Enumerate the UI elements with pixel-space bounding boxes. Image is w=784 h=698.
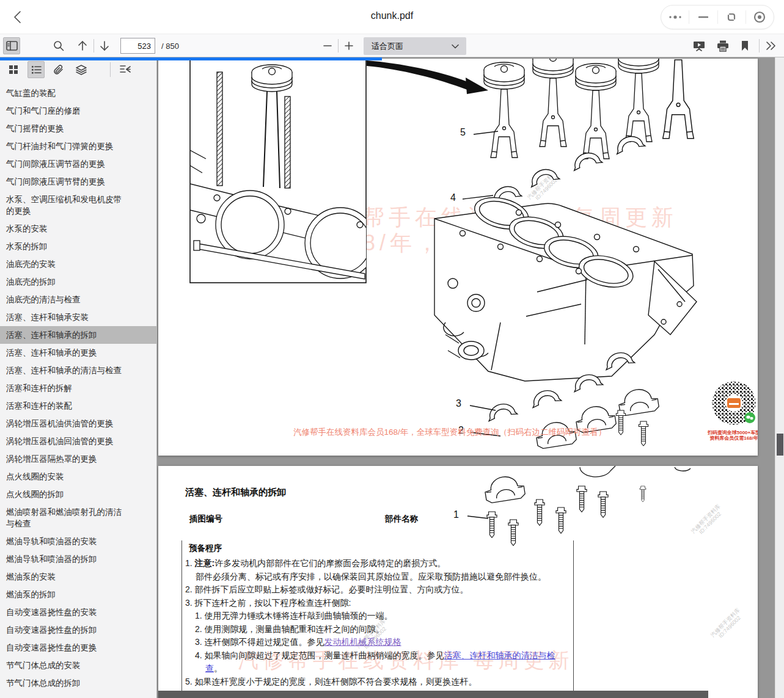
print-button[interactable] <box>714 37 731 54</box>
note-1: 1. 注意:许多发动机内部部件在它们的摩擦面会形成特定的磨损方式。 <box>185 557 571 570</box>
window-minimize-button[interactable] <box>689 5 717 29</box>
sidebar-toolbar <box>0 57 156 82</box>
page-count-label: / 850 <box>161 42 179 51</box>
current-outline-item-button[interactable] <box>117 61 134 78</box>
toc-item[interactable]: 燃油导轨和喷油器的拆卸 <box>0 550 156 568</box>
sidebar-toggle-button[interactable] <box>3 37 20 54</box>
substep-1: 1. 使用无弹力锤或木锤将连杆敲到曲轴轴颈的一端。 <box>195 609 571 623</box>
toc-item[interactable]: 燃油导轨和喷油器的安装 <box>0 533 156 550</box>
zoom-out-button[interactable] <box>319 37 336 54</box>
vertical-scrollbar[interactable] <box>775 57 784 698</box>
toc-item[interactable]: 水泵的安装 <box>0 220 156 238</box>
toc-item[interactable]: 活塞、连杆和轴承安装 <box>0 308 156 326</box>
toc-item[interactable]: 活塞和连杆的装配 <box>0 397 156 415</box>
loading-progress-bar <box>0 57 382 60</box>
bookmark-button[interactable] <box>736 37 753 54</box>
qr-code-icon <box>703 380 758 427</box>
toc-item[interactable]: 涡轮增压器机油回油管的更换 <box>0 432 156 450</box>
toc-item[interactable]: 自动变速器挠性盘的安装 <box>0 603 156 621</box>
table-left-border <box>181 540 182 698</box>
vertical-scrollbar-thumb[interactable] <box>777 434 783 456</box>
toc-item[interactable]: 气门间隙液压调节臂的更换 <box>0 173 156 191</box>
toc-item[interactable]: 活塞、连杆和轴承的清洁与检查 <box>0 362 156 379</box>
list-arrow-icon <box>120 65 131 75</box>
window-restore-button[interactable] <box>718 5 746 29</box>
toc-item[interactable]: 气门间隙液压调节器的更换 <box>0 155 156 173</box>
zoom-in-button[interactable] <box>340 37 357 54</box>
layers-button[interactable] <box>73 61 90 78</box>
toc-item[interactable]: 气门和气门座的修磨 <box>0 102 156 120</box>
note-3: 3. 拆下连杆之前，按以下程序检查连杆侧隙: <box>185 597 571 610</box>
toc-item[interactable]: 水泵的拆卸 <box>0 238 156 255</box>
restore-icon <box>726 12 737 23</box>
outline-button[interactable] <box>27 61 45 78</box>
toc-item[interactable]: 活塞、连杆和轴承的拆卸 <box>0 326 156 344</box>
substep-4: 4. 如果轴向间隙超过了规定范围，测量连杆曲柄销端的宽度。参见活塞、连杆和轴承的… <box>195 649 571 675</box>
toc-item[interactable]: 油底壳的安装 <box>0 255 156 273</box>
toc-item[interactable]: 节气门体总成的拆卸 <box>0 674 156 692</box>
window-titlebar: chunk.pdf <box>0 0 784 34</box>
presentation-mode-button[interactable] <box>691 37 708 54</box>
qr-code-block: 扫码查询全球5000+车型 资料库会员仅需168/年 <box>703 380 758 441</box>
record-icon <box>753 11 766 23</box>
page-number-input[interactable] <box>120 38 155 54</box>
toc-item[interactable]: 气门杆油封和气门弹簧的更换 <box>0 137 156 155</box>
sidebar-icon <box>6 41 18 51</box>
substep-2: 2. 使用测隙规，测量曲轴配重和连杆之间的间隙。 <box>195 623 571 636</box>
prep-procedure-label: 预备程序 <box>189 543 222 554</box>
toc-item[interactable]: 自动变速器挠性盘的拆卸 <box>0 621 156 639</box>
link-engine-mechanical-specs[interactable]: 发动机机械系统规格 <box>324 637 401 647</box>
callout-3: 3 <box>456 398 461 409</box>
sidebar: 气缸盖的装配气门和气门座的修磨气门摇臂的更换气门杆油封和气门弹簧的更换气门间隙液… <box>0 57 157 698</box>
pdf-page-1: 汽修帮手在线资料库，每周更新 仅168/年， <box>158 59 758 456</box>
horizontal-scrollbar-thumb[interactable] <box>158 691 708 698</box>
toc-item[interactable]: 点火线圈的安装 <box>0 468 156 485</box>
toc-item[interactable]: 油底壳的清洁与检查 <box>0 291 156 308</box>
window-more-button[interactable] <box>661 5 689 29</box>
layers-icon <box>76 65 87 75</box>
callout-5: 5 <box>460 127 466 138</box>
more-tools-button[interactable] <box>763 37 780 54</box>
toc-item[interactable]: 涡轮增压器机油供油管的更换 <box>0 415 156 432</box>
toc-item[interactable]: 涡轮增压器隔热罩的更换 <box>0 450 156 468</box>
double-chevron-icon <box>766 42 777 50</box>
qr-caption-line1: 扫码查询全球5000+车型 <box>703 430 758 435</box>
search-icon <box>53 40 64 51</box>
find-button[interactable] <box>50 37 67 54</box>
toc-item[interactable]: 燃油泵的拆卸 <box>0 586 156 603</box>
toc-item[interactable]: 燃油泵的安装 <box>0 568 156 586</box>
toc-item[interactable]: 气门摇臂的更换 <box>0 120 156 137</box>
callout-1: 1 <box>453 509 459 520</box>
promo-footer-text: 汽修帮手在线资料库会员168/年，全球车型资料免费查询（扫码右边二维码即可查看） <box>293 427 606 438</box>
toc-list: 气缸盖的装配气门和气门座的修磨气门摇臂的更换气门杆油封和气门弹簧的更换气门间隙液… <box>0 82 156 698</box>
presentation-icon <box>693 40 705 51</box>
note-1-continued: 部件必须分离、标记或有序安排，以确保装回其原始位置。应采取预防措施以避免部件换位… <box>185 570 571 584</box>
window-circle-button[interactable] <box>746 5 774 29</box>
callout-4: 4 <box>450 192 456 203</box>
page-down-button[interactable] <box>96 37 113 54</box>
toc-item[interactable]: 点火线圈的拆卸 <box>0 485 156 503</box>
printer-icon <box>717 40 729 52</box>
thumbnails-button[interactable] <box>5 61 22 78</box>
toc-item[interactable]: 气缸盖的装配 <box>0 84 156 102</box>
toc-item[interactable]: 活塞和连杆的拆解 <box>0 379 156 397</box>
page-up-button[interactable] <box>74 37 91 54</box>
pdf-viewer[interactable]: 汽修帮手在线资料库，每周更新 仅168/年， <box>157 57 784 698</box>
list-icon <box>31 65 42 75</box>
arrow-up-icon <box>78 40 87 51</box>
toc-item[interactable]: 燃油喷射器和燃油喷射孔的清洁与检查 <box>0 503 156 533</box>
zoom-select[interactable]: 适合页面 <box>364 37 466 55</box>
qr-caption-line2: 资料库会员仅需168/年 <box>703 435 758 441</box>
arrow-down-icon <box>100 40 109 51</box>
toc-item[interactable]: 水泵、空调压缩机和发电机皮带的更换 <box>0 191 156 220</box>
toc-item[interactable]: 活塞、连杆和轴承的更换 <box>0 344 156 362</box>
attachments-button[interactable] <box>50 61 67 78</box>
window-controls <box>661 5 774 29</box>
procedure-text: 1. 注意:许多发动机内部部件在它们的摩擦面会形成特定的磨损方式。 部件必须分离… <box>185 557 571 688</box>
section-heading: 活塞、连杆和轴承的拆卸 <box>185 487 286 498</box>
toc-item[interactable]: 油底壳的拆卸 <box>0 273 156 291</box>
table-column-divider <box>573 540 574 698</box>
pdf-toolbar: / 850 适合页面 <box>0 34 784 57</box>
toc-item[interactable]: 节气门体总成的安装 <box>0 656 156 674</box>
toc-item[interactable]: 自动变速器挠性盘的更换 <box>0 639 156 656</box>
